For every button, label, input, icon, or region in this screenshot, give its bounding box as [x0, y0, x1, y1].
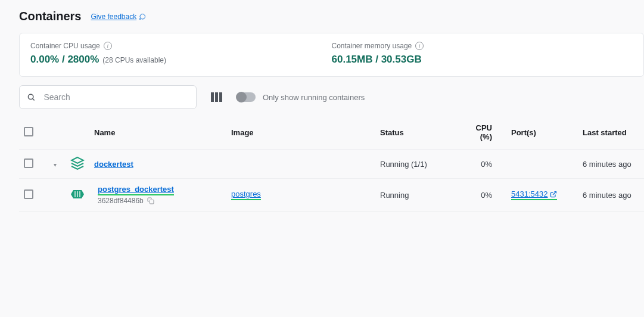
row-checkbox[interactable]: [24, 189, 33, 199]
info-icon[interactable]: i: [104, 42, 112, 50]
columns-icon[interactable]: [211, 92, 222, 102]
running-only-label: Only show running containers: [263, 93, 365, 102]
row-checkbox[interactable]: [24, 158, 33, 168]
info-icon[interactable]: i: [415, 42, 424, 50]
memory-sep: /: [372, 54, 381, 65]
header-last-started[interactable]: Last started: [578, 115, 644, 150]
feedback-icon: [139, 13, 146, 20]
memory-total-value: 30.53GB: [381, 54, 422, 65]
cpu-usage-label: Container CPU usage: [30, 42, 100, 50]
header-ports[interactable]: Port(s): [506, 115, 578, 150]
cell-image: [226, 150, 375, 179]
image-link[interactable]: postgres: [231, 189, 261, 198]
memory-usage-label: Container memory usage: [332, 42, 412, 50]
container-id: 3628df84486b: [98, 197, 144, 205]
container-name-link[interactable]: postgres_dockertest: [98, 185, 174, 194]
port-text: 5431:5432: [511, 189, 547, 198]
svg-line-1: [33, 99, 35, 101]
cpu-note: (28 CPUs available): [102, 56, 166, 64]
table-row[interactable]: ▾ dockertest Running (1/1) 0% 6 minutes …: [19, 150, 644, 179]
cell-cpu: 0%: [465, 179, 506, 212]
running-only-toggle[interactable]: [237, 92, 256, 102]
container-icon: [70, 188, 85, 201]
cpu-usage-block: Container CPU usage i 0.00% / 2800% (28 …: [30, 42, 332, 66]
cell-last-started: 6 minutes ago: [578, 150, 644, 179]
header-name[interactable]: Name: [89, 115, 226, 150]
cell-status: Running (1/1): [375, 150, 465, 179]
memory-usage-block: Container memory usage i 60.15MB / 30.53…: [332, 42, 633, 66]
header-status[interactable]: Status: [375, 115, 465, 150]
give-feedback-label: Give feedback: [91, 13, 136, 21]
stats-card: Container CPU usage i 0.00% / 2800% (28 …: [19, 33, 644, 77]
chevron-down-icon[interactable]: ▾: [54, 161, 61, 168]
cell-ports: [506, 150, 578, 179]
svg-point-0: [28, 94, 33, 99]
cpu-sep: /: [59, 54, 67, 65]
toggle-knob: [236, 92, 247, 102]
cell-cpu: 0%: [465, 150, 506, 179]
port-link[interactable]: 5431:5432: [511, 189, 557, 198]
copy-icon[interactable]: [147, 197, 154, 204]
table-row[interactable]: postgres_dockertest 3628df84486b postgre…: [19, 179, 644, 212]
svg-rect-7: [150, 200, 154, 204]
header-cpu[interactable]: CPU (%): [465, 115, 506, 150]
svg-line-8: [553, 191, 556, 195]
svg-marker-2: [71, 157, 83, 163]
containers-table: Name Image Status CPU (%) Port(s) Last s…: [19, 115, 644, 212]
external-link-icon: [550, 191, 557, 198]
stack-name-link[interactable]: dockertest: [94, 160, 133, 169]
search-input[interactable]: [42, 92, 189, 102]
cpu-total-value: 2800%: [67, 54, 99, 65]
cell-last-started: 6 minutes ago: [578, 179, 644, 212]
header-image[interactable]: Image: [226, 115, 375, 150]
give-feedback-link[interactable]: Give feedback: [91, 13, 146, 21]
search-box[interactable]: [19, 85, 197, 109]
cpu-used-value: 0.00%: [30, 54, 59, 65]
page-title: Containers: [19, 10, 81, 23]
search-icon: [27, 92, 35, 102]
cell-status: Running: [375, 179, 465, 212]
select-all-checkbox[interactable]: [24, 127, 33, 136]
stack-icon: [70, 156, 85, 170]
memory-used-value: 60.15MB: [332, 54, 373, 65]
